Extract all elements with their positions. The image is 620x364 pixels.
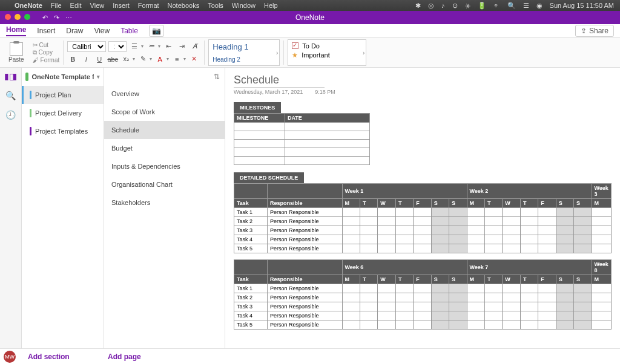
page-title[interactable]: Schedule	[234, 74, 325, 88]
share-icon: ⇪	[581, 27, 587, 35]
menu-tools[interactable]: Tools	[208, 2, 223, 9]
menu-view[interactable]: View	[90, 2, 105, 9]
window-titlebar: ↶ ↷ ⋯ OneNote	[0, 11, 620, 24]
bold-button[interactable]: B	[67, 54, 78, 64]
tab-view[interactable]: View	[94, 27, 110, 35]
mac-menubar: OneNote File Edit View Insert Format Not…	[0, 0, 620, 11]
footer: MW Add section Add page	[0, 348, 620, 364]
font-name-select[interactable]: Calibri	[67, 41, 106, 52]
qat-customize[interactable]: ⋯	[65, 14, 72, 22]
section-project-delivery[interactable]: Project Delivery	[22, 104, 104, 122]
battery-icon[interactable]: 🔋	[478, 2, 486, 10]
star-icon: ★	[292, 51, 298, 59]
page-inputs[interactable]: Inputs & Dependencies	[104, 157, 225, 175]
tags-gallery[interactable]: To Do ★Important ›	[288, 39, 366, 66]
status-icon[interactable]: ⊙	[452, 2, 458, 10]
chevron-right-icon: ›	[363, 49, 364, 56]
align-button[interactable]: ≡	[171, 54, 182, 64]
window-title: OneNote	[295, 13, 325, 22]
tab-draw[interactable]: Draw	[66, 27, 83, 35]
page-canvas[interactable]: Schedule Wednesday, March 17, 2021 9:18 …	[225, 68, 620, 348]
redo-button[interactable]: ↷	[54, 14, 59, 22]
styles-gallery[interactable]: Heading 1 Heading 2 ›	[208, 39, 280, 66]
page-orgchart[interactable]: Organisational Chart	[104, 175, 225, 193]
page-date: Wednesday, March 17, 2021	[234, 89, 303, 95]
page-overview[interactable]: Overview	[104, 85, 225, 103]
control-center-icon[interactable]: ☰	[523, 2, 529, 10]
menu-help[interactable]: Help	[264, 2, 278, 9]
schedule-table[interactable]: Week 6Week 7Week 8TaskResponsibleMTWTFSS…	[234, 259, 612, 330]
bluetooth-icon[interactable]: ⚹	[465, 2, 470, 10]
bullets-button[interactable]: ☰	[129, 42, 140, 51]
menu-edit[interactable]: Edit	[70, 2, 82, 9]
close-button[interactable]	[5, 14, 11, 20]
status-icon[interactable]: ✱	[415, 2, 421, 10]
menu-notebooks[interactable]: Notebooks	[168, 2, 200, 9]
menu-file[interactable]: File	[51, 2, 62, 9]
italic-button[interactable]: I	[81, 54, 91, 64]
menu-window[interactable]: Window	[232, 2, 256, 9]
notebooks-icon[interactable]: ▮◨	[4, 71, 17, 81]
clear-format-button[interactable]: A̸	[190, 42, 200, 51]
tab-insert[interactable]: Insert	[37, 27, 55, 35]
underline-button[interactable]: U	[94, 54, 105, 64]
menu-format[interactable]: Format	[138, 2, 159, 9]
detailed-header: DETAILED SCHEDULE	[234, 172, 304, 183]
highlight-button[interactable]: ✎	[137, 54, 148, 64]
section-project-templates[interactable]: Project Templates	[22, 122, 104, 140]
section-list: OneNote Template for Project Management …	[22, 68, 104, 348]
delete-button[interactable]: ✕	[188, 54, 199, 64]
numbering-button[interactable]: ≔	[146, 42, 157, 51]
page-budget[interactable]: Budget	[104, 139, 225, 157]
page-list: ⇅ Overview Scope of Work Schedule Budget…	[104, 68, 225, 348]
notebook-selector[interactable]: OneNote Template for Project Management …	[22, 68, 104, 86]
page-schedule[interactable]: Schedule	[104, 121, 225, 139]
subscript-button[interactable]: x₂	[120, 54, 131, 64]
page-stakeholders[interactable]: Stakeholders	[104, 193, 225, 212]
format-painter-button[interactable]: 🖌Format	[33, 57, 60, 63]
checkbox-icon	[292, 42, 298, 49]
menu-insert[interactable]: Insert	[113, 2, 130, 9]
schedule-table[interactable]: Week 1Week 2Week 3TaskResponsibleMTWTFSS…	[234, 183, 612, 253]
search-icon[interactable]: 🔍	[507, 2, 516, 10]
meeting-button[interactable]: 📷	[149, 25, 164, 37]
siri-icon[interactable]: ◉	[536, 2, 542, 10]
section-project-plan[interactable]: Project Plan	[22, 86, 104, 104]
chevron-down-icon: ▾	[97, 74, 100, 80]
notebook-icon	[25, 73, 28, 81]
sort-button[interactable]: ⇅	[214, 73, 220, 81]
tab-home[interactable]: Home	[6, 25, 26, 36]
wifi-icon[interactable]: ᯤ	[493, 2, 500, 9]
clock[interactable]: Sun Aug 15 11:50 AM	[550, 2, 614, 9]
status-icon[interactable]: ◎	[428, 2, 434, 10]
page-time: 9:18 PM	[315, 89, 335, 95]
tab-table[interactable]: Table	[120, 27, 138, 35]
status-icon[interactable]: ♪	[441, 2, 445, 9]
menu-app[interactable]: OneNote	[15, 2, 42, 9]
search-icon[interactable]: 🔍	[5, 91, 16, 100]
strike-button[interactable]: abc	[107, 54, 118, 64]
avatar[interactable]: MW	[4, 351, 16, 363]
ribbon-tabs: Home Insert Draw View Table 📷 ⇪ Share	[0, 24, 620, 37]
milestones-table[interactable]: MILESTONEDATE	[234, 113, 370, 165]
nav-rail: ▮◨ 🔍 🕘	[0, 68, 22, 348]
recent-icon[interactable]: 🕘	[5, 110, 16, 120]
font-size-select[interactable]: 11	[108, 41, 127, 52]
minimize-button[interactable]	[15, 14, 21, 20]
outdent-button[interactable]: ⇤	[163, 42, 174, 51]
paste-button[interactable]: Paste	[6, 41, 27, 64]
page-scope[interactable]: Scope of Work	[104, 103, 225, 121]
maximize-button[interactable]	[24, 14, 30, 20]
copy-button[interactable]: ⧉Copy	[33, 49, 60, 56]
cut-button[interactable]: ✂Cut	[33, 42, 60, 48]
font-color-button[interactable]: A	[154, 54, 165, 64]
milestones-header: MILESTONES	[234, 102, 281, 113]
chevron-right-icon: ›	[276, 49, 278, 56]
indent-button[interactable]: ⇥	[176, 42, 187, 51]
add-page-button[interactable]: Add page	[104, 353, 141, 361]
ribbon: Paste ✂Cut ⧉Copy 🖌Format Calibri 11 ☰▾ ≔…	[0, 37, 620, 68]
share-button[interactable]: ⇪ Share	[575, 25, 614, 37]
undo-button[interactable]: ↶	[42, 14, 48, 22]
